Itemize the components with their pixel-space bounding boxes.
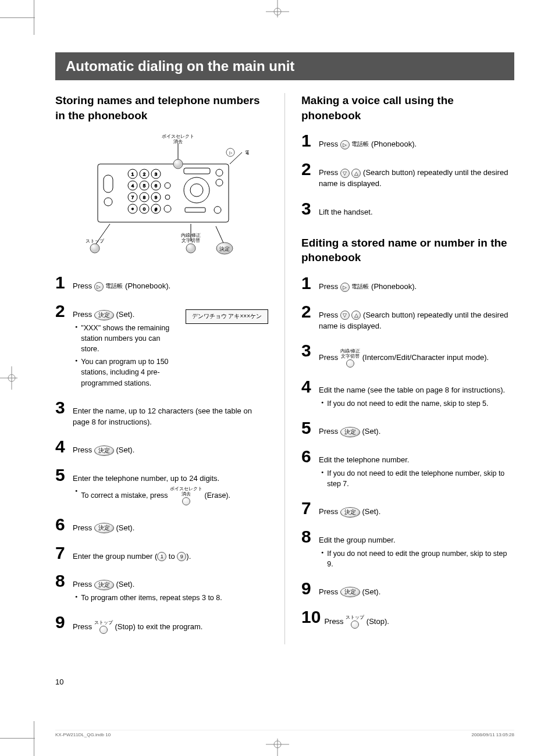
svg-text:6: 6	[155, 183, 158, 188]
step-number: 5	[55, 466, 69, 484]
step-number: 2	[301, 303, 315, 320]
svg-text:0: 0	[143, 206, 146, 212]
step-number: 8	[55, 572, 69, 590]
step: 3 Enter the name, up to 12 characters (s…	[55, 399, 268, 428]
round-button-icon: ▽	[340, 311, 350, 320]
round-button-icon: △	[351, 169, 361, 178]
bullet: If you do not need to edit the group num…	[321, 548, 514, 569]
svg-text:ストップ: ストップ	[86, 238, 105, 244]
svg-point-16	[104, 198, 112, 206]
step: 7 Enter the group number (1 to 9).	[55, 544, 268, 562]
svg-point-42	[165, 195, 170, 199]
labeled-button-icon: 内線/修正文字切替	[340, 349, 360, 368]
bullet: You can program up to 150 stations, incl…	[75, 356, 180, 388]
bullet: If you do not need to edit the telephone…	[321, 468, 514, 489]
step-number: 10	[301, 608, 321, 626]
svg-text:5: 5	[143, 183, 146, 188]
svg-text:2: 2	[143, 172, 146, 177]
labeled-button-icon: ストップ	[346, 615, 364, 629]
svg-text:内線/修正: 内線/修正	[181, 233, 201, 238]
step-number: 3	[301, 200, 315, 217]
page-number: 10	[55, 677, 63, 686]
step: 1 Press ▷ 電話帳 (Phonebook).	[301, 274, 514, 293]
step: 6 Press 決定 (Set).	[55, 516, 268, 534]
svg-rect-45	[184, 168, 210, 174]
step: 2 Press 決定 (Set)."XXX" shows the remaini…	[55, 302, 268, 388]
step: 9 Press 決定 (Set).	[301, 580, 514, 598]
step: 10 Press ストップ (Stop).	[301, 608, 514, 629]
step: 7 Press 決定 (Set).	[301, 500, 514, 518]
round-button-icon: ▽	[340, 169, 350, 178]
step: 6 Edit the telephone number.If you do no…	[301, 448, 514, 489]
round-button-icon: ▷	[94, 282, 104, 291]
step-number: 6	[55, 516, 69, 533]
step: 2 Press ▽ △ (Search button) repeatedly u…	[301, 303, 514, 332]
device-illustration: 1 2 3 4 5 6 7 8 9 ＊ 0 ＃	[74, 132, 249, 262]
step-number: 5	[301, 419, 315, 437]
step-number: 3	[55, 399, 69, 416]
svg-text:9: 9	[155, 195, 158, 200]
svg-point-49	[216, 179, 223, 186]
svg-point-51	[214, 206, 221, 213]
round-button-icon: △	[351, 311, 361, 320]
step: 1 Press ▷ 電話帳 (Phonebook).	[55, 274, 268, 292]
svg-text:4: 4	[131, 183, 134, 188]
svg-point-52	[90, 244, 99, 253]
round-button-icon: 9	[177, 552, 186, 561]
step: 3 Press 内線/修正文字切替 (Intercom/Edit/Charact…	[301, 342, 514, 368]
lcd-display: デンワチョウ アキ×××ケン	[186, 309, 268, 324]
svg-point-44	[173, 159, 183, 169]
right-heading-a: Making a voice call using the phonebook	[301, 93, 514, 123]
step-number: 9	[301, 580, 315, 597]
registration-mark-bottom	[266, 739, 289, 756]
svg-text:1: 1	[131, 172, 134, 177]
step: 4 Press 決定 (Set).	[55, 438, 268, 456]
labeled-button-icon: ストップ	[94, 621, 113, 634]
svg-text:＃: ＃	[154, 207, 158, 212]
step-number: 2	[55, 302, 69, 320]
oval-button-icon: 決定	[340, 427, 360, 437]
svg-text:消去: 消去	[173, 139, 183, 144]
svg-point-48	[216, 169, 223, 176]
svg-point-41	[165, 183, 170, 188]
svg-rect-50	[185, 208, 205, 212]
step-number: 7	[55, 544, 69, 562]
step: 9 Press ストップ (Stop) to exit the program.	[55, 614, 268, 634]
svg-point-47	[190, 184, 203, 197]
bullet: "XXX" shows the remaining station number…	[75, 323, 180, 354]
page-title: Automatic dialing on the main unit	[55, 52, 514, 80]
svg-text:8: 8	[143, 195, 146, 200]
svg-text:文字切替: 文字切替	[182, 238, 200, 243]
step-number: 1	[301, 132, 315, 149]
left-heading: Storing names and telephone numbers in t…	[55, 93, 268, 123]
oval-button-icon: 決定	[94, 445, 114, 456]
step: 8 Press 決定 (Set).To program other items,…	[55, 572, 268, 603]
oval-button-icon: 決定	[94, 580, 114, 590]
step-number: 2	[301, 161, 315, 178]
svg-point-43	[164, 205, 171, 212]
svg-rect-15	[104, 175, 113, 192]
round-button-icon: 1	[157, 552, 166, 561]
svg-text:ボイスセレクト: ボイスセレクト	[162, 134, 194, 139]
step-number: 9	[55, 614, 69, 631]
step-number: 8	[301, 528, 315, 545]
oval-button-icon: 決定	[340, 507, 360, 518]
oval-button-icon: 決定	[94, 523, 114, 533]
registration-mark-top	[266, 0, 289, 17]
step-number: 7	[301, 500, 315, 517]
registration-mark-left	[0, 366, 17, 390]
svg-point-53	[186, 244, 195, 253]
oval-button-icon: 決定	[94, 310, 114, 320]
right-heading-b: Editing a stored name or number in the p…	[301, 236, 514, 265]
step: 3 Lift the handset.	[301, 200, 514, 218]
step: 5 Enter the telephone number, up to 24 d…	[55, 466, 268, 505]
step-number: 1	[301, 274, 315, 292]
step-number: 4	[301, 378, 315, 395]
bullet: To program other items, repeat steps 3 t…	[75, 593, 268, 603]
svg-text:＊: ＊	[130, 207, 135, 212]
round-button-icon: ▷	[340, 140, 350, 149]
round-button-icon: ▷	[340, 283, 350, 292]
step: 1 Press ▷ 電話帳 (Phonebook).	[301, 132, 514, 150]
step: 5 Press 決定 (Set).	[301, 419, 514, 437]
svg-text:3: 3	[155, 172, 158, 177]
